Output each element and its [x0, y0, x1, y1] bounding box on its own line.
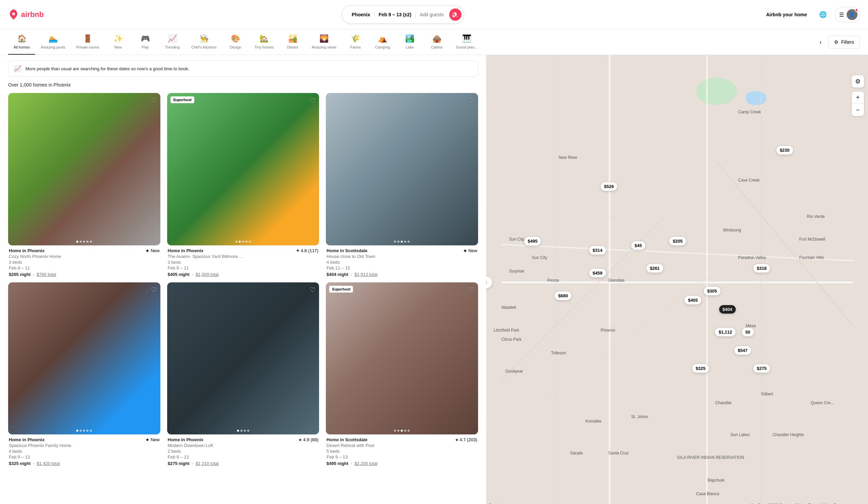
card-title-row: Home in Phoenix ★ 4.9 (88) [168, 437, 319, 442]
wishlist-button[interactable]: ♡ [468, 286, 475, 294]
category-nav-next[interactable]: › [817, 36, 824, 49]
map-label-30: Bapchule [707, 478, 725, 483]
category-item-play[interactable]: 🎮 Play [132, 30, 159, 55]
category-item-tiny-homes[interactable]: 🏡 Tiny homes [249, 30, 279, 55]
wishlist-button[interactable]: ♡ [310, 97, 316, 104]
card-name: Spacious Phoenix Family Home [9, 443, 160, 448]
filters-label: Filters [841, 39, 854, 45]
image-dot [401, 430, 403, 432]
listing-card-listing-3[interactable]: ♡ Home in Scottsdale ★ New House close t… [326, 93, 478, 277]
map-pin-10[interactable]: $405 [684, 296, 701, 304]
image-dot [244, 430, 246, 432]
category-item-amazing-pools[interactable]: 🏊 Amazing pools [35, 30, 71, 55]
card-image-wrapper: Superhost ♡ [326, 282, 478, 435]
map-pin-4[interactable]: $459 [589, 269, 606, 277]
category-label-private-rooms: Private rooms [76, 45, 99, 49]
wishlist-button[interactable]: ♡ [310, 286, 316, 294]
listings-panel: 📈 More people than usual are searching f… [0, 55, 486, 504]
map-pin-17[interactable]: $275 [753, 364, 770, 373]
card-location: Home in Phoenix [168, 437, 204, 442]
card-title-row: Home in Phoenix ★ 4.8 (117) [168, 248, 319, 253]
image-dots [394, 241, 410, 243]
map-pin-11[interactable]: $404 [719, 305, 736, 314]
map-zoom-in[interactable]: + [852, 92, 864, 104]
card-image-wrapper: ♡ [167, 282, 319, 435]
map-pin-9[interactable]: $680 [555, 292, 571, 300]
category-item-design[interactable]: 🎨 Design [222, 30, 249, 55]
map-pin-14[interactable]: 50 [742, 328, 753, 336]
category-item-farms[interactable]: 🌾 Farms [342, 30, 369, 55]
map-label-29: GILA RIVER INDIAN RESERVATION [677, 455, 744, 460]
image-dot [397, 430, 400, 432]
category-item-camping[interactable]: ⛺ Camping [369, 30, 396, 55]
listing-card-listing-1[interactable]: ♡ Home in Phoenix ★ New Cozy North Phoen… [8, 93, 161, 277]
category-label-chefs-kitchens: Chef's kitchens [191, 45, 216, 49]
map-pin-15[interactable]: $547 [734, 346, 751, 355]
map-pin-6[interactable]: $205 [669, 237, 686, 245]
wishlist-button[interactable]: ♡ [468, 97, 475, 104]
map-pin-16[interactable]: $325 [692, 364, 709, 373]
listing-card-listing-6[interactable]: Superhost ♡ Home in Scottsdale ★ 4.7 (20… [326, 282, 478, 466]
map-pin-12[interactable]: $305 [704, 287, 721, 295]
map-zoom-controls: + − [852, 92, 864, 116]
category-item-cabins[interactable]: 🛖 Cabins [423, 30, 450, 55]
listing-card-listing-5[interactable]: ♡ Home in Phoenix ★ 4.9 (88) Modern Down… [167, 282, 319, 466]
filters-icon: ⚙ [834, 39, 838, 45]
card-image [8, 93, 161, 245]
category-item-chefs-kitchens[interactable]: 👨‍🍳 Chef's kitchens [186, 30, 222, 55]
map-pin-1[interactable]: $230 [776, 146, 793, 154]
image-dot [76, 430, 78, 432]
category-item-lake[interactable]: 🏞️ Lake [396, 30, 423, 55]
map-pin-7[interactable]: $261 [647, 264, 663, 273]
card-location: Home in Phoenix [9, 437, 44, 442]
card-price-total: $1,913 total [354, 272, 378, 277]
language-button[interactable]: 🌐 [816, 8, 829, 21]
map-pin-13[interactable]: $1,112 [715, 328, 735, 336]
wishlist-button[interactable]: ♡ [151, 286, 157, 294]
card-beds: 4 beds [327, 260, 477, 265]
map-label-28: Santa Cruz [608, 451, 629, 455]
card-beds: 4 beds [9, 449, 160, 454]
map-pin-2[interactable]: $495 [524, 237, 541, 245]
filters-button[interactable]: ⚙ Filters [828, 36, 860, 49]
category-item-private-rooms[interactable]: 🚪 Private rooms [71, 30, 104, 55]
logo[interactable]: airbnb [8, 9, 44, 20]
category-icon-all-homes: 🏠 [17, 34, 27, 43]
listing-card-listing-2[interactable]: Superhost ♡ Home in Phoenix ★ 4.8 (117) … [167, 93, 319, 277]
map-pin-0[interactable]: $526 [601, 182, 618, 191]
map-pin-8[interactable]: $318 [753, 264, 770, 273]
card-price: $205 night · $760 total [9, 272, 160, 277]
search-button[interactable] [449, 9, 462, 21]
category-item-amazing-views[interactable]: 🌄 Amazing views [306, 30, 342, 55]
search-dates[interactable]: Feb 9 – 13 (±2) [375, 12, 416, 17]
card-location: Home in Phoenix [9, 248, 44, 253]
search-guests[interactable]: Add guests [416, 12, 449, 17]
card-rating: ★ 4.7 (203) [455, 437, 477, 442]
category-item-grand-pianos[interactable]: 🎹 Grand pian... [450, 30, 483, 55]
card-image [167, 93, 319, 245]
category-label-tiny-homes: Tiny homes [255, 45, 273, 49]
search-location[interactable]: Phoenix [348, 12, 374, 17]
map-label-23: Komatke [585, 419, 601, 424]
category-item-new[interactable]: ✨ New [104, 30, 132, 55]
user-menu[interactable]: ☰ 👤 [835, 7, 860, 22]
image-dot [404, 241, 406, 243]
image-dot [235, 241, 237, 243]
map-zoom-out[interactable]: − [852, 104, 864, 116]
map-settings-button[interactable]: ⚙ [852, 75, 864, 88]
category-label-amazing-pools: Amazing pools [41, 45, 65, 49]
airbnb-home-link[interactable]: Airbnb your home [762, 9, 811, 20]
map-pin-5[interactable]: $45 [631, 241, 645, 250]
category-icon-trending: 📈 [168, 34, 177, 43]
map-pin-3[interactable]: $314 [589, 246, 606, 254]
category-item-trending[interactable]: 📈 Trending [159, 30, 186, 55]
search-bar[interactable]: Phoenix Feb 9 – 13 (±2) Add guests [342, 6, 464, 24]
listing-card-listing-4[interactable]: ♡ Home in Phoenix ★ New Spacious Phoenix… [8, 282, 161, 466]
category-item-desert[interactable]: 🏜️ Desert [279, 30, 306, 55]
category-item-all-homes[interactable]: 🏠 All homes [8, 30, 35, 55]
category-label-camping: Camping [375, 45, 390, 49]
category-label-all-homes: All homes [13, 45, 30, 49]
category-label-farms: Farms [350, 45, 361, 49]
category-icon-amazing-pools: 🏊 [49, 34, 58, 43]
wishlist-button[interactable]: ♡ [151, 97, 157, 104]
